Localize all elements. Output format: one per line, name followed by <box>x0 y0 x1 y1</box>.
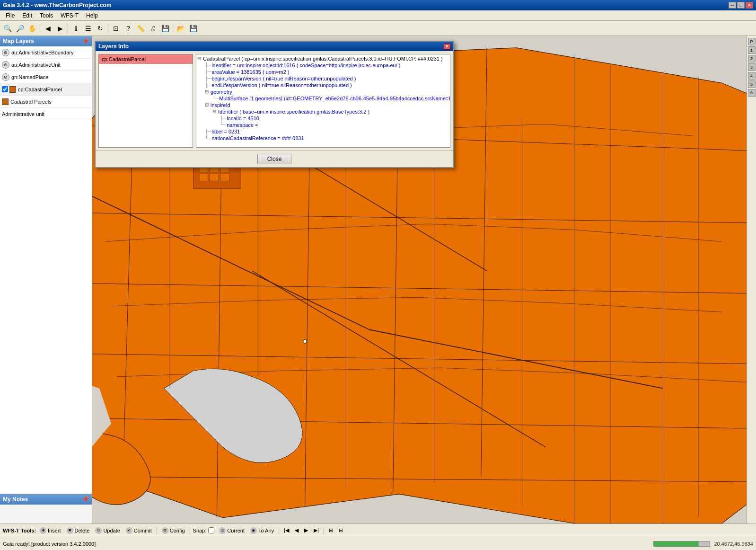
layer-name: Administrative unit <box>2 111 44 117</box>
window-title: Gaia 3.4.2 - www.TheCarbonProject.com <box>3 2 112 9</box>
right-btn-2[interactable]: 2 <box>748 55 756 62</box>
wfst-insert-button[interactable]: ✚ Insert <box>38 526 63 535</box>
layer-visibility-icon: ⊘ <box>2 73 9 81</box>
wfst-icon-btn-1[interactable]: ⊞ <box>327 526 335 534</box>
tree-root-node: ⊟ CadastralParcel ( cp=um:x:inspire:spec… <box>197 55 449 62</box>
layers-list: ⊘ au:AdministrativeBoundary ⊘ au:Adminis… <box>0 46 92 494</box>
map-area[interactable]: Layers Info ✕ cp:CadastralParcel ⊟ Cadas… <box>92 36 747 523</box>
query-button[interactable]: ? <box>123 23 134 34</box>
layer-checkbox[interactable] <box>2 86 8 92</box>
status-progress-bar <box>653 541 710 547</box>
toolbar-separator-4 <box>173 24 173 33</box>
right-btn-5[interactable]: 5 <box>748 80 756 88</box>
pan-button[interactable]: ✋ <box>26 23 38 34</box>
svg-rect-44 <box>220 174 229 181</box>
menu-file[interactable]: File <box>2 11 18 20</box>
wfst-label: WFS-T Tools: <box>3 528 36 533</box>
right-btn-3[interactable]: 3 <box>748 63 756 71</box>
tree-expand-geometry[interactable]: ⊟ <box>205 89 211 94</box>
tree-expand-icon[interactable]: ⊟ <box>197 56 203 61</box>
my-notes-content <box>0 505 92 523</box>
right-btn-1[interactable]: 1 <box>748 46 756 54</box>
print-button[interactable]: 🖨 <box>147 23 158 34</box>
refresh-button[interactable]: ↻ <box>95 23 106 34</box>
layer-item-gn-named-place[interactable]: ⊘ gn:NamedPlace <box>0 71 92 83</box>
zoom-in-button[interactable]: 🔍 <box>2 23 13 34</box>
wfst-current-icon: ◎ <box>219 527 226 534</box>
wfst-delete-icon: ✖ <box>67 527 73 534</box>
wfst-toany-button[interactable]: ◉ To Any <box>248 526 276 535</box>
open-button[interactable]: 📂 <box>175 23 186 34</box>
wfst-snap-label: Snap: <box>193 528 207 533</box>
wfst-icon-btn-2[interactable]: ⊟ <box>337 526 345 534</box>
forward-button[interactable]: ▶ <box>54 23 66 34</box>
tree-node-area: ├─ areaValue = 1381635 ( uom=m2 ) <box>197 69 449 75</box>
right-btn-p[interactable]: P <box>748 38 756 45</box>
window-close-button[interactable]: ✕ <box>746 2 753 9</box>
menu-tools[interactable]: Tools <box>36 11 57 20</box>
status-progress-fill <box>654 541 698 546</box>
main-layout: Map Layers 📌 ⊘ au:AdministrativeBoundary… <box>0 36 756 523</box>
menu-wfst[interactable]: WFS-T <box>57 11 82 20</box>
menu-help[interactable]: Help <box>82 11 102 20</box>
select-button[interactable]: ⊡ <box>110 23 122 34</box>
save-button[interactable]: 💾 <box>187 23 199 34</box>
tree-expand-identifier[interactable]: ⊟ <box>212 109 218 114</box>
menu-edit[interactable]: Edit <box>18 11 36 20</box>
tree-node-text: geometry <box>211 89 232 95</box>
info-button[interactable]: ℹ <box>70 23 81 34</box>
tree-node-geometry: ⊟ geometry <box>197 89 449 95</box>
wfst-config-button[interactable]: ⚙ Config <box>160 526 187 535</box>
wfst-nav-first[interactable]: |◀ <box>282 526 291 534</box>
right-btn-4[interactable]: 4 <box>748 72 756 80</box>
tree-node-text: localId = 4510 <box>227 115 259 121</box>
right-btn-6[interactable]: 6 <box>748 89 756 97</box>
wfst-separator <box>157 527 157 534</box>
tree-node-text: areaValue = 1381635 ( uom=m2 ) <box>211 69 289 75</box>
layer-name: au:AdministrativeBoundary <box>11 50 73 55</box>
dialog-close-button[interactable]: ✕ <box>444 44 450 50</box>
layer-name: au:AdministrativeUnit <box>11 62 61 68</box>
tree-node-inspireid: ⊟ inspireId <box>197 102 449 108</box>
layer-item-au-admin-boundary[interactable]: ⊘ au:AdministrativeBoundary <box>0 46 92 59</box>
layer-item-cadastral-parcels[interactable]: Cadastral Parcels <box>0 96 92 108</box>
wfst-nav-prev[interactable]: ◀ <box>293 526 300 534</box>
dialog-buttons: Close <box>96 151 453 167</box>
snap-checkbox[interactable] <box>208 527 214 533</box>
layer-item-administrative-unit[interactable]: Administrative unit <box>0 108 92 120</box>
layer-item-au-admin-unit[interactable]: ⊘ au:AdministrativeUnit <box>0 59 92 71</box>
maximize-button[interactable]: □ <box>737 2 745 9</box>
wfst-nav-last[interactable]: ▶| <box>312 526 321 534</box>
wfst-toany-label: To Any <box>258 528 274 533</box>
tree-node-localid: ├─ localId = 4510 <box>197 115 449 122</box>
layers-info-dialog: Layers Info ✕ cp:CadastralParcel ⊟ Cadas… <box>95 41 454 168</box>
tree-node-text: inspireId <box>211 102 230 108</box>
wfst-nav-next[interactable]: ▶ <box>302 526 310 534</box>
layers-button[interactable]: ☰ <box>82 23 94 34</box>
back-button[interactable]: ◀ <box>42 23 53 34</box>
feature-list-panel: cp:CadastralParcel <box>98 54 193 148</box>
map-layers-title: Map Layers <box>3 38 34 44</box>
my-notes-pin-icon[interactable]: 📌 <box>82 496 89 503</box>
tree-node-end-lifespan: ├─ endLifespanVersion ( nil=true nilReas… <box>197 82 449 89</box>
wfst-separator-3 <box>279 527 279 534</box>
wfst-update-button[interactable]: ↻ Update <box>93 526 122 535</box>
wfst-toolbar: WFS-T Tools: ✚ Insert ✖ Delete ↻ Update … <box>0 523 756 537</box>
feature-list-item[interactable]: cp:CadastralParcel <box>99 54 193 64</box>
wfst-delete-button[interactable]: ✖ Delete <box>65 526 92 535</box>
wfst-update-label: Update <box>103 528 120 533</box>
minimize-button[interactable]: ─ <box>729 2 736 9</box>
wfst-current-button[interactable]: ◎ Current <box>217 526 246 535</box>
close-button[interactable]: Close <box>257 154 292 164</box>
export-button[interactable]: 💾 <box>159 23 171 34</box>
wfst-commit-button[interactable]: ✔ Commit <box>124 526 154 535</box>
tree-expand-inspireid[interactable]: ⊟ <box>205 102 211 107</box>
title-bar-controls: ─ □ ✕ <box>729 2 753 9</box>
tree-node-national-ref: └─ nationalCadastralReference = ###-0231 <box>197 135 449 142</box>
map-layers-pin-icon[interactable]: 📌 <box>82 38 89 44</box>
layer-item-cp-cadastral-parcel[interactable]: cp:CadastralParcel <box>0 83 92 96</box>
zoom-out-button[interactable]: 🔎 <box>14 23 26 34</box>
wfst-current-label: Current <box>227 528 245 533</box>
left-panel: Map Layers 📌 ⊘ au:AdministrativeBoundary… <box>0 36 92 523</box>
measure-button[interactable]: 📏 <box>135 23 146 34</box>
